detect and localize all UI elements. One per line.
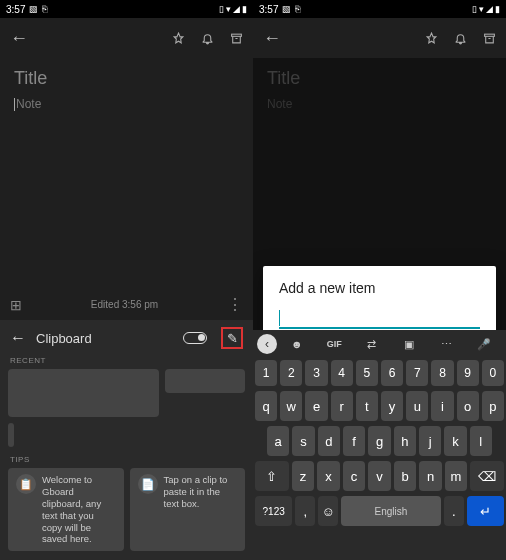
clipboard-back-button[interactable]: ← — [10, 329, 26, 347]
clip-item[interactable] — [8, 423, 14, 447]
kb-key-r[interactable]: r — [331, 391, 353, 421]
note-area: Title Note ⊞ Edited 3:56 pm ⋮ — [0, 58, 253, 320]
pin-icon[interactable] — [172, 32, 185, 45]
kb-clipboard-icon[interactable]: ▣ — [392, 338, 428, 351]
action-bar: ← — [0, 18, 253, 58]
kb-key-1[interactable]: 1 — [255, 360, 277, 386]
clock-text: 3:57 — [259, 4, 278, 15]
kb-key-b[interactable]: b — [394, 461, 417, 491]
clipboard-toggle[interactable] — [183, 332, 207, 344]
add-button[interactable]: ⊞ — [10, 297, 22, 313]
kb-key-5[interactable]: 5 — [356, 360, 378, 386]
kb-letter-row1: q w e r t y u i o p — [255, 391, 504, 421]
kb-key-c[interactable]: c — [343, 461, 366, 491]
svg-rect-0 — [232, 34, 242, 36]
kb-key-s[interactable]: s — [292, 426, 314, 456]
paste-icon: 📄 — [138, 474, 158, 494]
kb-key-m[interactable]: m — [445, 461, 468, 491]
kb-key-d[interactable]: d — [318, 426, 340, 456]
archive-icon[interactable] — [230, 32, 243, 45]
kb-key-a[interactable]: a — [267, 426, 289, 456]
clock-text: 3:57 — [6, 4, 25, 15]
clip-item[interactable] — [8, 369, 159, 417]
wifi-icon: ▾ — [479, 4, 484, 14]
kb-key-6[interactable]: 6 — [381, 360, 403, 386]
reminder-icon[interactable] — [454, 32, 467, 45]
kb-key-k[interactable]: k — [444, 426, 466, 456]
kb-key-4[interactable]: 4 — [331, 360, 353, 386]
kb-more-icon[interactable]: ⋯ — [429, 338, 465, 351]
kb-key-9[interactable]: 9 — [457, 360, 479, 386]
kb-key-f[interactable]: f — [343, 426, 365, 456]
clipboard-icon: 📋 — [16, 474, 36, 494]
pencil-icon[interactable]: ✎ — [227, 331, 238, 346]
note-input[interactable]: Note — [14, 97, 239, 111]
back-button[interactable]: ← — [10, 28, 28, 49]
kb-key-z[interactable]: z — [292, 461, 315, 491]
keyboard: ‹ ☻ GIF ⇄ ▣ ⋯ 🎤 1 2 3 4 5 6 7 8 9 0 q — [253, 330, 506, 560]
kb-key-enter[interactable]: ↵ — [467, 496, 504, 526]
sim-icon: ▯ — [472, 4, 477, 14]
kb-key-g[interactable]: g — [368, 426, 390, 456]
clipboard-title: Clipboard — [36, 331, 183, 346]
kb-number-row: 1 2 3 4 5 6 7 8 9 0 — [255, 360, 504, 386]
pin-icon[interactable] — [425, 32, 438, 45]
kb-key-emoji[interactable]: ☺ — [318, 496, 338, 526]
kb-key-7[interactable]: 7 — [406, 360, 428, 386]
clip-item[interactable] — [165, 369, 245, 393]
kb-key-v[interactable]: v — [368, 461, 391, 491]
battery-icon: ▮ — [242, 4, 247, 14]
kb-key-h[interactable]: h — [394, 426, 416, 456]
kb-key-0[interactable]: 0 — [482, 360, 504, 386]
kb-key-l[interactable]: l — [470, 426, 492, 456]
kb-collapse-icon[interactable]: ‹ — [257, 334, 277, 354]
cast-icon: ⎘ — [42, 4, 47, 14]
clip-tip[interactable]: 📄 Tap on a clip to paste it in the text … — [130, 468, 246, 551]
kb-key-8[interactable]: 8 — [431, 360, 453, 386]
kb-key-t[interactable]: t — [356, 391, 378, 421]
kb-key-i[interactable]: i — [431, 391, 453, 421]
status-bar: 3:57 ▧ ⎘ ▯ ▾ ◢ ▮ — [253, 0, 506, 18]
kb-key-comma[interactable]: , — [295, 496, 315, 526]
clipboard-panel: ← Clipboard ✎ RECENT TIPS 📋 Welcome to G… — [0, 320, 253, 560]
kb-sticker-icon[interactable]: ☻ — [279, 338, 315, 350]
action-bar: ← — [253, 18, 506, 58]
status-bar: 3:57 ▧ ⎘ ▯ ▾ ◢ ▮ — [0, 0, 253, 18]
reminder-icon[interactable] — [201, 32, 214, 45]
kb-key-period[interactable]: . — [444, 496, 464, 526]
dialog-input[interactable] — [279, 309, 480, 329]
kb-key-n[interactable]: n — [419, 461, 442, 491]
kb-key-space[interactable]: English — [341, 496, 441, 526]
kb-key-2[interactable]: 2 — [280, 360, 302, 386]
kb-key-o[interactable]: o — [457, 391, 479, 421]
kb-key-e[interactable]: e — [305, 391, 327, 421]
back-button[interactable]: ← — [263, 28, 281, 49]
image-icon: ▧ — [29, 4, 38, 14]
screen-right: 3:57 ▧ ⎘ ▯ ▾ ◢ ▮ ← Title Note ⊞ Edited 3… — [253, 0, 506, 560]
kb-key-u[interactable]: u — [406, 391, 428, 421]
title-input[interactable]: Title — [14, 68, 239, 89]
kb-key-w[interactable]: w — [280, 391, 302, 421]
sim-icon: ▯ — [219, 4, 224, 14]
clip-tip[interactable]: 📋 Welcome to Gboard clipboard, any text … — [8, 468, 124, 551]
archive-icon[interactable] — [483, 32, 496, 45]
kb-key-x[interactable]: x — [317, 461, 340, 491]
more-button[interactable]: ⋮ — [227, 295, 243, 314]
kb-key-p[interactable]: p — [482, 391, 504, 421]
kb-key-backspace[interactable]: ⌫ — [470, 461, 504, 491]
kb-gif-button[interactable]: GIF — [317, 339, 353, 349]
cast-icon: ⎘ — [295, 4, 300, 14]
kb-key-shift[interactable]: ⇧ — [255, 461, 289, 491]
kb-mic-icon[interactable]: 🎤 — [467, 338, 503, 351]
kb-key-j[interactable]: j — [419, 426, 441, 456]
kb-key-q[interactable]: q — [255, 391, 277, 421]
kb-key-y[interactable]: y — [381, 391, 403, 421]
kb-bottom-row: ?123 , ☺ English . ↵ — [255, 496, 504, 526]
battery-icon: ▮ — [495, 4, 500, 14]
screen-left: 3:57 ▧ ⎘ ▯ ▾ ◢ ▮ ← Title Note ⊞ Edited 3… — [0, 0, 253, 560]
kb-key-3[interactable]: 3 — [305, 360, 327, 386]
kb-key-symbols[interactable]: ?123 — [255, 496, 292, 526]
svg-rect-1 — [485, 34, 495, 36]
kb-translate-icon[interactable]: ⇄ — [354, 338, 390, 351]
signal-icon: ◢ — [486, 4, 493, 14]
